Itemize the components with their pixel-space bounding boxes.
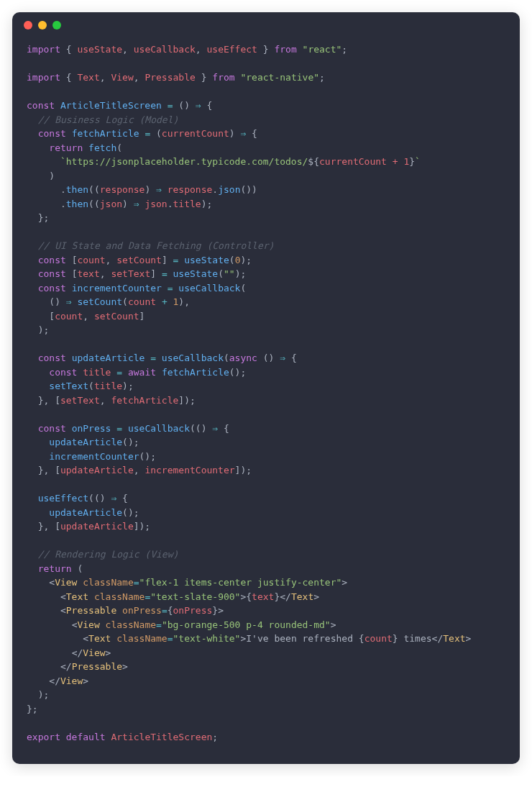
code-line: <Text className="text-slate-900">{text}<… [27, 590, 505, 604]
token-w [55, 100, 60, 111]
token-kw: return [38, 563, 72, 574]
token-op: ⇒ [156, 184, 162, 195]
token-tag: Text [66, 591, 88, 602]
token-op: = [156, 619, 162, 630]
token-op: = [168, 633, 173, 644]
token-p: ( [224, 352, 229, 363]
close-dot-icon[interactable] [24, 21, 32, 29]
token-w [27, 619, 72, 630]
token-w [218, 423, 224, 434]
code-line: const updateArticle = useCallback(async … [27, 351, 505, 365]
token-p: (); [122, 507, 139, 518]
code-line: <View className="flex-1 items-center jus… [27, 575, 505, 590]
token-p: > [466, 633, 472, 644]
token-w [27, 283, 38, 293]
token-w [168, 268, 173, 279]
token-var: title [83, 367, 111, 378]
token-p: , [134, 72, 139, 83]
code-line [27, 57, 505, 71]
token-var: count [364, 633, 393, 644]
token-w [27, 324, 38, 335]
token-p: (); [122, 437, 139, 447]
token-p: < [49, 577, 55, 588]
token-w [27, 577, 49, 588]
token-p: { [122, 493, 128, 504]
token-w [178, 255, 184, 265]
token-var: json [145, 199, 167, 209]
code-line: () ⇒ setCount(count + 1), [27, 295, 505, 309]
token-tag: View [55, 577, 77, 588]
token-str: "react" [303, 44, 342, 55]
token-p: </ [72, 647, 83, 658]
code-line: }, [setText, fetchArticle]); [27, 393, 505, 408]
code-line: `https://jsonplaceholder.typicode.com/to… [27, 155, 505, 169]
token-kw: async [229, 352, 257, 363]
token-p: { [66, 72, 72, 83]
token-p: ]); [178, 395, 195, 406]
token-w [49, 521, 55, 532]
code-line: const fetchArticle = (currentCount) ⇒ { [27, 127, 505, 141]
token-p: (( [88, 184, 100, 195]
code-line: useEffect(() ⇒ { [27, 491, 505, 506]
token-str: "bg-orange-500 p-4 rounded-md" [162, 619, 331, 630]
token-kw: default [66, 732, 106, 742]
token-w [60, 296, 66, 307]
token-p: </ [60, 661, 72, 672]
token-cm: // Business Logic (Model) [38, 114, 179, 125]
token-w [257, 352, 263, 363]
token-p: [ [55, 465, 60, 475]
token-op: = [116, 423, 122, 434]
token-p: ( [122, 296, 128, 307]
code-line: }; [27, 702, 505, 716]
token-fn: onPress [72, 423, 111, 434]
token-w: I've been refreshed [246, 633, 359, 644]
token-fn: useCallback [178, 283, 240, 293]
token-p: > [122, 661, 128, 672]
code-line: <Text className="text-white">I've been r… [27, 632, 505, 646]
token-op: = [162, 605, 168, 616]
code-line: export default ArticleTitleScreen; [27, 730, 505, 745]
code-line: }, [updateArticle, incrementCounter]); [27, 463, 505, 478]
token-w [27, 367, 49, 378]
token-kw: return [49, 142, 83, 153]
token-p: ] [150, 268, 156, 279]
token-var: useState [77, 44, 122, 55]
token-w [150, 184, 156, 195]
token-w [122, 423, 128, 434]
token-var: text [77, 268, 99, 279]
token-w [27, 465, 38, 475]
token-w [168, 255, 173, 265]
token-fn: incrementCounter [49, 451, 139, 462]
token-w [49, 395, 55, 406]
code-line: const title = await fetchArticle(); [27, 365, 505, 380]
token-p: ()) [240, 184, 257, 195]
token-p: }, [38, 395, 50, 406]
code-line [27, 407, 505, 422]
token-p: () [49, 296, 60, 307]
token-fn: useState [184, 255, 229, 265]
minimize-dot-icon[interactable] [38, 21, 47, 29]
token-fn: then [66, 184, 88, 195]
token-p: , [134, 465, 139, 475]
token-p: (); [139, 451, 156, 462]
token-attr: className [94, 591, 145, 602]
token-w: times [398, 633, 432, 644]
token-p: ] [139, 311, 145, 322]
token-var: setCount [116, 255, 162, 265]
token-p: }> [212, 605, 224, 616]
zoom-dot-icon[interactable] [52, 21, 61, 29]
token-fn: setCount [77, 296, 122, 307]
token-w [66, 423, 72, 434]
token-w [27, 633, 83, 644]
token-kw: const [38, 423, 66, 434]
token-var: setText [60, 395, 100, 406]
code-line [27, 478, 505, 492]
token-fn: setText [49, 381, 88, 391]
token-p: > [341, 577, 347, 588]
token-p: ); [235, 268, 247, 279]
token-w [116, 493, 122, 504]
token-p: { [224, 423, 229, 434]
token-kw: const [38, 255, 66, 265]
token-p: ); [38, 324, 50, 335]
token-attr: className [83, 577, 133, 588]
